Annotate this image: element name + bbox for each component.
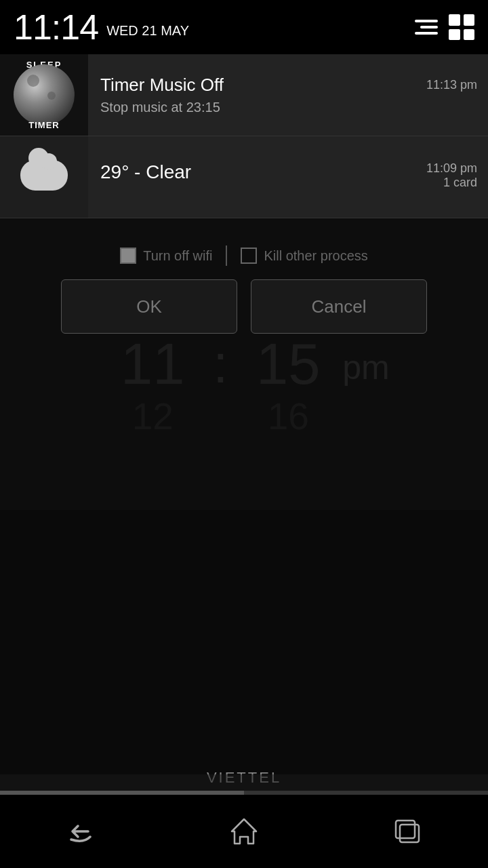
- weather-app-icon: [0, 136, 88, 218]
- weather-cards: 1 card: [426, 176, 477, 190]
- status-left: 11:14 WED 21 MAY: [14, 7, 189, 47]
- notification-timer-music[interactable]: SLEEP TIMER Timer Music Off 11:13 pm Sto…: [0, 54, 488, 136]
- notification-shade: SLEEP TIMER Timer Music Off 11:13 pm Sto…: [0, 54, 488, 218]
- wifi-checkbox[interactable]: [120, 248, 136, 264]
- option-separator: [226, 245, 227, 266]
- timer-notif-content: Timer Music Off 11:13 pm Stop music at 2…: [88, 54, 488, 136]
- svg-rect-2: [400, 825, 419, 842]
- minute-faded-bottom: 16: [268, 396, 309, 437]
- kill-process-option[interactable]: Kill other process: [241, 248, 367, 264]
- back-button[interactable]: [41, 811, 122, 852]
- cloud-icon: [20, 160, 68, 194]
- dialog-buttons: OK Cancel: [61, 279, 427, 334]
- notification-weather[interactable]: 29° - Clear 11:09 pm 1 card: [0, 136, 488, 218]
- sleep-timer-app-icon: SLEEP TIMER: [0, 54, 88, 136]
- weather-time-wrap: 11:09 pm 1 card: [426, 161, 477, 190]
- timer-notif-header: Timer Music Off 11:13 pm: [100, 75, 477, 96]
- weather-notif-title: 29° - Clear: [100, 161, 191, 183]
- grid-icon: [449, 14, 474, 40]
- timer-notif-body: Stop music at 23:15: [100, 100, 477, 115]
- background-area: 12 11 12 : 14 15 16 pm Turn off wifi Kil…: [0, 218, 488, 510]
- svg-rect-1: [396, 821, 415, 838]
- dialog-options: Turn off wifi Kill other process: [120, 245, 368, 266]
- wifi-label: Turn off wifi: [143, 248, 212, 264]
- nav-bar: [0, 795, 488, 868]
- minute-main: 15: [256, 332, 321, 396]
- home-icon: [229, 816, 259, 846]
- home-button[interactable]: [203, 811, 285, 852]
- dialog-area: Turn off wifi Kill other process OK Canc…: [0, 245, 488, 334]
- status-date: WED 21 MAY: [106, 23, 189, 39]
- cancel-label: Cancel: [312, 296, 367, 317]
- timer-notif-title: Timer Music Off: [100, 75, 224, 96]
- back-icon: [64, 818, 98, 845]
- time-separator: :: [207, 333, 234, 395]
- svg-marker-0: [232, 819, 256, 844]
- ok-label: OK: [136, 296, 162, 317]
- hour-main: 11: [121, 332, 185, 396]
- kill-label: Kill other process: [264, 248, 367, 264]
- kill-checkbox[interactable]: [241, 248, 257, 264]
- recents-icon: [392, 818, 422, 845]
- hour-faded-bottom: 12: [132, 396, 174, 437]
- recents-button[interactable]: [366, 811, 447, 852]
- weather-notif-header: 29° - Clear 11:09 pm 1 card: [100, 161, 477, 190]
- weather-notif-time: 11:09 pm: [426, 161, 477, 176]
- wifi-option[interactable]: Turn off wifi: [120, 248, 212, 264]
- moon-icon: [14, 64, 75, 125]
- status-icons: [415, 14, 474, 40]
- timer-notif-time: 11:13 pm: [426, 78, 477, 92]
- cancel-button[interactable]: Cancel: [251, 279, 427, 334]
- status-bar: 11:14 WED 21 MAY: [0, 0, 488, 54]
- ok-button[interactable]: OK: [61, 279, 237, 334]
- status-time: 11:14: [14, 7, 98, 47]
- weather-notif-content: 29° - Clear 11:09 pm 1 card: [88, 136, 488, 218]
- ampm-display: pm: [342, 348, 389, 387]
- timer-label: TIMER: [0, 120, 88, 130]
- menu-icon: [415, 20, 438, 35]
